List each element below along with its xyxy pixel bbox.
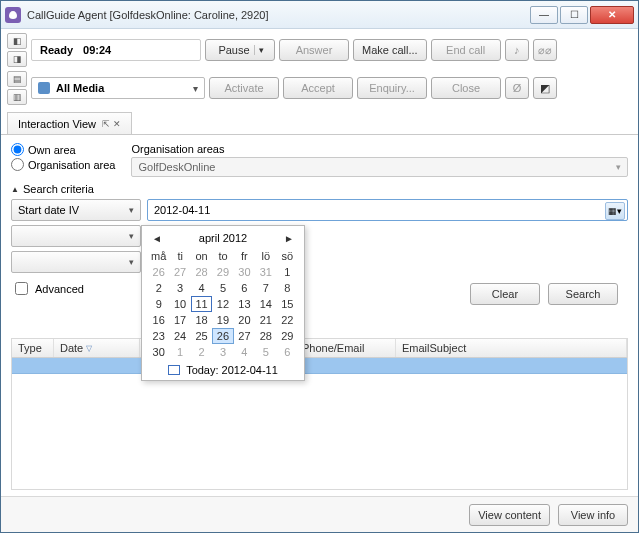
cal-dow: ti xyxy=(169,248,190,264)
date-input[interactable]: 2012-04-11 ▦▾ xyxy=(147,199,628,221)
expand-left-icon[interactable]: ◧ xyxy=(7,33,27,49)
minimize-button[interactable]: — xyxy=(530,6,558,24)
cal-day[interactable]: 25 xyxy=(191,328,212,344)
cal-day[interactable]: 24 xyxy=(169,328,190,344)
cal-day[interactable]: 3 xyxy=(169,280,190,296)
cal-day[interactable]: 8 xyxy=(277,280,298,296)
search-button[interactable]: Search xyxy=(548,283,618,305)
voicemail-icon[interactable]: ⌀⌀ xyxy=(533,39,557,61)
cal-day[interactable]: 11 xyxy=(191,296,212,312)
cal-day[interactable]: 27 xyxy=(234,328,255,344)
cal-day[interactable]: 1 xyxy=(169,344,190,360)
advanced-checkbox[interactable] xyxy=(15,282,28,295)
cal-day[interactable]: 9 xyxy=(148,296,169,312)
cal-today-link[interactable]: Today: 2012-04-11 xyxy=(148,364,298,376)
view-content-button[interactable]: View content xyxy=(469,504,550,526)
tabbar: Interaction View ⇱ ✕ xyxy=(1,111,638,135)
field-select-2[interactable] xyxy=(11,225,141,247)
radio-org-area[interactable]: Organisation area xyxy=(11,158,115,171)
cal-day[interactable]: 12 xyxy=(212,296,233,312)
clear-button[interactable]: Clear xyxy=(470,283,540,305)
cal-day[interactable]: 26 xyxy=(148,264,169,280)
cal-day[interactable]: 28 xyxy=(255,328,276,344)
close-window-button[interactable]: ✕ xyxy=(590,6,634,24)
settings-icon[interactable]: ◩ xyxy=(533,77,557,99)
cal-month: april 2012 xyxy=(199,232,247,244)
media-select[interactable]: All Media xyxy=(31,77,205,99)
cal-day[interactable]: 22 xyxy=(277,312,298,328)
pin-icon[interactable]: ⇱ ✕ xyxy=(102,119,121,129)
layout-b-icon[interactable]: ▥ xyxy=(7,89,27,105)
field-select-1[interactable]: Start date IV xyxy=(11,199,141,221)
cal-day[interactable]: 15 xyxy=(277,296,298,312)
cal-day[interactable]: 5 xyxy=(212,280,233,296)
status-time: 09:24 xyxy=(83,44,111,56)
cal-day[interactable]: 29 xyxy=(277,328,298,344)
selected-row[interactable] xyxy=(12,358,627,374)
cal-day[interactable]: 16 xyxy=(148,312,169,328)
cal-day[interactable]: 4 xyxy=(191,280,212,296)
app-window: CallGuide Agent [GolfdeskOnline: Carolin… xyxy=(0,0,639,533)
status-ready: Ready xyxy=(40,44,73,56)
radio-own-area[interactable]: Own area xyxy=(11,143,115,156)
cal-day[interactable]: 13 xyxy=(234,296,255,312)
accept-button[interactable]: Accept xyxy=(283,77,353,99)
cal-day[interactable]: 14 xyxy=(255,296,276,312)
cal-day[interactable]: 21 xyxy=(255,312,276,328)
maximize-button[interactable]: ☐ xyxy=(560,6,588,24)
cal-day[interactable]: 4 xyxy=(234,344,255,360)
cal-prev-icon[interactable]: ◄ xyxy=(152,233,162,244)
cal-day[interactable]: 26 xyxy=(212,328,233,344)
end-call-button[interactable]: End call xyxy=(431,39,501,61)
expand-right-icon[interactable]: ◨ xyxy=(7,51,27,67)
col-phone[interactable]: Phone/Email xyxy=(296,339,396,357)
tab-interaction-view[interactable]: Interaction View ⇱ ✕ xyxy=(7,112,132,134)
col-subject[interactable]: EmailSubject xyxy=(396,339,627,357)
field-select-3[interactable] xyxy=(11,251,141,273)
music-icon[interactable]: ♪ xyxy=(505,39,529,61)
enquiry-button[interactable]: Enquiry... xyxy=(357,77,427,99)
search-criteria-header[interactable]: Search criteria xyxy=(11,183,628,195)
cal-day[interactable]: 27 xyxy=(169,264,190,280)
cal-day[interactable]: 17 xyxy=(169,312,190,328)
org-areas-select[interactable]: GolfDeskOnline xyxy=(131,157,628,177)
mute-icon[interactable]: Ø xyxy=(505,77,529,99)
pause-button[interactable]: Pause▾ xyxy=(205,39,275,61)
cal-day[interactable]: 18 xyxy=(191,312,212,328)
close-button[interactable]: Close xyxy=(431,77,501,99)
view-info-button[interactable]: View info xyxy=(558,504,628,526)
cal-day[interactable]: 23 xyxy=(148,328,169,344)
cal-day[interactable]: 6 xyxy=(234,280,255,296)
cal-day[interactable]: 30 xyxy=(148,344,169,360)
cal-dow: to xyxy=(212,248,233,264)
app-icon xyxy=(5,7,21,23)
activate-button[interactable]: Activate xyxy=(209,77,279,99)
cal-day[interactable]: 20 xyxy=(234,312,255,328)
media-icon xyxy=(38,82,50,94)
cal-day[interactable]: 31 xyxy=(255,264,276,280)
cal-day[interactable]: 1 xyxy=(277,264,298,280)
cal-day[interactable]: 2 xyxy=(191,344,212,360)
media-label: All Media xyxy=(56,82,104,94)
make-call-button[interactable]: Make call... xyxy=(353,39,427,61)
cal-day[interactable]: 30 xyxy=(234,264,255,280)
titlebar: CallGuide Agent [GolfdeskOnline: Carolin… xyxy=(1,1,638,29)
cal-day[interactable]: 10 xyxy=(169,296,190,312)
cal-day[interactable]: 28 xyxy=(191,264,212,280)
col-type[interactable]: Type xyxy=(12,339,54,357)
cal-day[interactable]: 3 xyxy=(212,344,233,360)
cal-day[interactable]: 29 xyxy=(212,264,233,280)
cal-day[interactable]: 6 xyxy=(277,344,298,360)
cal-next-icon[interactable]: ► xyxy=(284,233,294,244)
cal-day[interactable]: 19 xyxy=(212,312,233,328)
window-title: CallGuide Agent [GolfdeskOnline: Carolin… xyxy=(27,9,530,21)
col-date[interactable]: Date▽ xyxy=(54,339,140,357)
layout-a-icon[interactable]: ▤ xyxy=(7,71,27,87)
cal-day[interactable]: 2 xyxy=(148,280,169,296)
answer-button[interactable]: Answer xyxy=(279,39,349,61)
calendar-popup: ◄ april 2012 ► måtiontofrlösö26272829303… xyxy=(141,225,305,381)
tab-label: Interaction View xyxy=(18,118,96,130)
cal-day[interactable]: 7 xyxy=(255,280,276,296)
calendar-picker-icon[interactable]: ▦▾ xyxy=(605,202,625,220)
cal-day[interactable]: 5 xyxy=(255,344,276,360)
